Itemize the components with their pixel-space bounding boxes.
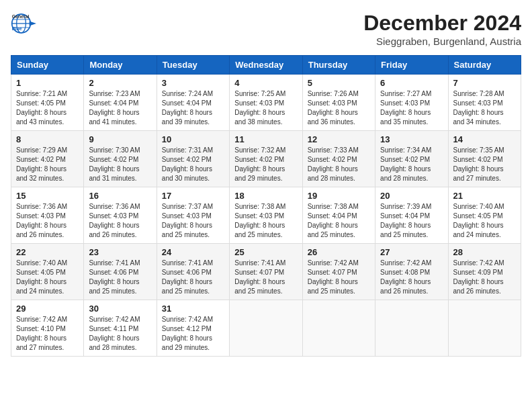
day-number: 9 — [89, 134, 151, 144]
day-number: 11 — [234, 134, 297, 144]
day-info: Sunrise: 7:42 AM Sunset: 4:07 PM Dayligh… — [308, 259, 370, 296]
day-info: Sunrise: 7:42 AM Sunset: 4:08 PM Dayligh… — [380, 259, 443, 296]
day-info: Sunrise: 7:42 AM Sunset: 4:10 PM Dayligh… — [16, 315, 79, 353]
day-number: 30 — [89, 304, 151, 314]
day-info: Sunrise: 7:40 AM Sunset: 4:05 PM Dayligh… — [453, 202, 516, 240]
day-number: 23 — [89, 247, 151, 257]
calendar-day-cell: 12Sunrise: 7:33 AM Sunset: 4:02 PM Dayli… — [302, 131, 375, 187]
day-info: Sunrise: 7:36 AM Sunset: 4:03 PM Dayligh… — [16, 202, 79, 240]
day-number: 19 — [308, 191, 370, 201]
day-number: 29 — [16, 304, 79, 314]
day-number: 15 — [16, 191, 79, 201]
calendar-day-cell: 8Sunrise: 7:29 AM Sunset: 4:02 PM Daylig… — [11, 131, 84, 187]
weekday-header: Friday — [375, 56, 448, 75]
calendar-day-cell — [302, 300, 375, 357]
day-number: 10 — [162, 134, 224, 144]
day-number: 21 — [453, 191, 516, 201]
calendar-day-cell: 14Sunrise: 7:35 AM Sunset: 4:02 PM Dayli… — [448, 131, 521, 187]
calendar-day-cell: 3Sunrise: 7:24 AM Sunset: 4:04 PM Daylig… — [157, 75, 229, 131]
day-info: Sunrise: 7:38 AM Sunset: 4:03 PM Dayligh… — [234, 202, 297, 240]
month-title: December 2024 — [363, 11, 521, 36]
calendar-header-row: SundayMondayTuesdayWednesdayThursdayFrid… — [11, 56, 521, 75]
day-number: 2 — [89, 78, 151, 88]
calendar-day-cell: 30Sunrise: 7:42 AM Sunset: 4:11 PM Dayli… — [84, 300, 157, 357]
day-info: Sunrise: 7:36 AM Sunset: 4:03 PM Dayligh… — [89, 202, 151, 240]
calendar-day-cell: 28Sunrise: 7:42 AM Sunset: 4:09 PM Dayli… — [448, 244, 521, 300]
day-number: 16 — [89, 191, 151, 201]
day-info: Sunrise: 7:33 AM Sunset: 4:02 PM Dayligh… — [308, 146, 370, 183]
day-number: 17 — [162, 191, 224, 201]
calendar-day-cell: 16Sunrise: 7:36 AM Sunset: 4:03 PM Dayli… — [84, 187, 157, 244]
weekday-header: Thursday — [302, 56, 375, 75]
day-info: Sunrise: 7:21 AM Sunset: 4:05 PM Dayligh… — [16, 89, 79, 127]
calendar-week-row: 29Sunrise: 7:42 AM Sunset: 4:10 PM Dayli… — [11, 300, 521, 357]
day-number: 4 — [234, 78, 297, 88]
day-info: Sunrise: 7:38 AM Sunset: 4:04 PM Dayligh… — [308, 202, 370, 240]
calendar-day-cell: 26Sunrise: 7:42 AM Sunset: 4:07 PM Dayli… — [302, 244, 375, 300]
location-subtitle: Sieggraben, Burgenland, Austria — [363, 36, 521, 47]
day-number: 22 — [16, 247, 79, 257]
day-number: 20 — [380, 191, 443, 201]
svg-text:Blue: Blue — [12, 26, 22, 31]
calendar-day-cell: 9Sunrise: 7:30 AM Sunset: 4:02 PM Daylig… — [84, 131, 157, 187]
day-number: 25 — [234, 247, 297, 257]
svg-text:General: General — [12, 14, 30, 19]
day-info: Sunrise: 7:40 AM Sunset: 4:05 PM Dayligh… — [16, 259, 79, 296]
calendar-day-cell: 20Sunrise: 7:39 AM Sunset: 4:04 PM Dayli… — [375, 187, 448, 244]
svg-marker-5 — [30, 21, 36, 26]
calendar-day-cell: 6Sunrise: 7:27 AM Sunset: 4:03 PM Daylig… — [375, 75, 448, 131]
day-number: 6 — [380, 78, 443, 88]
weekday-header: Sunday — [11, 56, 84, 75]
calendar-day-cell: 27Sunrise: 7:42 AM Sunset: 4:08 PM Dayli… — [375, 244, 448, 300]
weekday-header: Wednesday — [230, 56, 302, 75]
day-number: 26 — [308, 247, 370, 257]
day-info: Sunrise: 7:39 AM Sunset: 4:04 PM Dayligh… — [380, 202, 443, 240]
day-info: Sunrise: 7:31 AM Sunset: 4:02 PM Dayligh… — [162, 146, 224, 183]
day-number: 28 — [453, 247, 516, 257]
page-header: General Blue December 2024 Sieggraben, B… — [11, 11, 521, 47]
day-info: Sunrise: 7:29 AM Sunset: 4:02 PM Dayligh… — [16, 146, 79, 183]
day-number: 24 — [162, 247, 224, 257]
calendar-day-cell: 19Sunrise: 7:38 AM Sunset: 4:04 PM Dayli… — [302, 187, 375, 244]
day-info: Sunrise: 7:35 AM Sunset: 4:02 PM Dayligh… — [453, 146, 516, 183]
day-info: Sunrise: 7:34 AM Sunset: 4:02 PM Dayligh… — [380, 146, 443, 183]
calendar-day-cell: 11Sunrise: 7:32 AM Sunset: 4:02 PM Dayli… — [230, 131, 302, 187]
day-number: 18 — [234, 191, 297, 201]
day-info: Sunrise: 7:42 AM Sunset: 4:11 PM Dayligh… — [89, 315, 151, 353]
calendar-day-cell: 25Sunrise: 7:41 AM Sunset: 4:07 PM Dayli… — [230, 244, 302, 300]
calendar-day-cell — [375, 300, 448, 357]
calendar-day-cell: 31Sunrise: 7:42 AM Sunset: 4:12 PM Dayli… — [157, 300, 229, 357]
day-number: 7 — [453, 78, 516, 88]
day-number: 8 — [16, 134, 79, 144]
calendar-day-cell: 22Sunrise: 7:40 AM Sunset: 4:05 PM Dayli… — [11, 244, 84, 300]
day-info: Sunrise: 7:25 AM Sunset: 4:03 PM Dayligh… — [234, 89, 297, 127]
calendar-day-cell — [230, 300, 302, 357]
calendar-day-cell: 17Sunrise: 7:37 AM Sunset: 4:03 PM Dayli… — [157, 187, 229, 244]
day-info: Sunrise: 7:24 AM Sunset: 4:04 PM Dayligh… — [162, 89, 224, 127]
logo: General Blue — [11, 11, 36, 36]
day-info: Sunrise: 7:42 AM Sunset: 4:09 PM Dayligh… — [453, 259, 516, 296]
calendar-day-cell: 21Sunrise: 7:40 AM Sunset: 4:05 PM Dayli… — [448, 187, 521, 244]
calendar-day-cell: 18Sunrise: 7:38 AM Sunset: 4:03 PM Dayli… — [230, 187, 302, 244]
weekday-header: Tuesday — [157, 56, 229, 75]
day-number: 1 — [16, 78, 79, 88]
day-info: Sunrise: 7:41 AM Sunset: 4:07 PM Dayligh… — [234, 259, 297, 296]
calendar-day-cell: 13Sunrise: 7:34 AM Sunset: 4:02 PM Dayli… — [375, 131, 448, 187]
calendar-table: SundayMondayTuesdayWednesdayThursdayFrid… — [11, 55, 521, 357]
day-info: Sunrise: 7:41 AM Sunset: 4:06 PM Dayligh… — [162, 259, 224, 296]
calendar-day-cell: 23Sunrise: 7:41 AM Sunset: 4:06 PM Dayli… — [84, 244, 157, 300]
calendar-day-cell — [448, 300, 521, 357]
day-info: Sunrise: 7:42 AM Sunset: 4:12 PM Dayligh… — [162, 315, 224, 353]
day-info: Sunrise: 7:28 AM Sunset: 4:03 PM Dayligh… — [453, 89, 516, 127]
day-number: 12 — [308, 134, 370, 144]
day-number: 5 — [308, 78, 370, 88]
calendar-day-cell: 5Sunrise: 7:26 AM Sunset: 4:03 PM Daylig… — [302, 75, 375, 131]
calendar-week-row: 1Sunrise: 7:21 AM Sunset: 4:05 PM Daylig… — [11, 75, 521, 131]
day-number: 31 — [162, 304, 224, 314]
weekday-header: Saturday — [448, 56, 521, 75]
day-info: Sunrise: 7:23 AM Sunset: 4:04 PM Dayligh… — [89, 89, 151, 127]
calendar-day-cell: 7Sunrise: 7:28 AM Sunset: 4:03 PM Daylig… — [448, 75, 521, 131]
calendar-day-cell: 10Sunrise: 7:31 AM Sunset: 4:02 PM Dayli… — [157, 131, 229, 187]
calendar-day-cell: 15Sunrise: 7:36 AM Sunset: 4:03 PM Dayli… — [11, 187, 84, 244]
day-info: Sunrise: 7:41 AM Sunset: 4:06 PM Dayligh… — [89, 259, 151, 296]
